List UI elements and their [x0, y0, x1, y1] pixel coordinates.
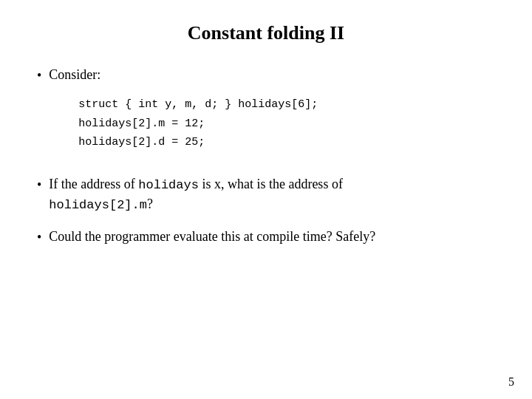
bullet-programmer-content: Could the programmer evaluate this at co… — [49, 227, 495, 247]
bullet2-mid: is x, what is the address of — [199, 177, 343, 191]
bullet-programmer: • Could the programmer evaluate this at … — [37, 227, 495, 248]
page-number: 5 — [508, 375, 514, 389]
code-line-2: holidays[2].m = 12; — [78, 115, 495, 134]
bullet-dot-3: • — [37, 228, 41, 248]
bullet-dot-1: • — [37, 66, 41, 86]
bullet-dot-2: • — [37, 175, 41, 195]
bullet2-code2: holidays[2].m — [49, 198, 147, 212]
bullet2-code1: holidays — [138, 178, 199, 192]
bullet-consider-content: Consider: struct { int y, m, d; } holida… — [49, 65, 495, 163]
bullet2-post: ? — [147, 197, 153, 211]
bullet3-text: Could the programmer evaluate this at co… — [49, 229, 375, 244]
bullet-consider-label: Consider: — [49, 67, 100, 82]
slide-title: Constant folding II — [37, 22, 495, 44]
bullet-consider: • Consider: struct { int y, m, d; } holi… — [37, 65, 495, 163]
code-line-3: holidays[2].d = 25; — [78, 133, 495, 152]
slide: Constant folding II • Consider: struct {… — [0, 0, 532, 399]
code-block: struct { int y, m, d; } holidays[6]; hol… — [78, 95, 495, 152]
bullet2-pre: If the address of — [49, 177, 138, 191]
bullet-address: • If the address of holidays is x, what … — [37, 174, 495, 215]
bullet-address-text: If the address of holidays is x, what is… — [49, 177, 343, 212]
bullet-address-content: If the address of holidays is x, what is… — [49, 174, 495, 215]
code-line-1: struct { int y, m, d; } holidays[6]; — [78, 95, 495, 115]
